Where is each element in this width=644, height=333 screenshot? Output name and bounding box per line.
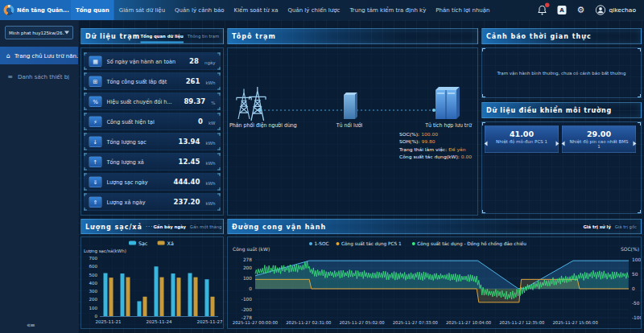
svg-text:2025-11-27 05:02:00: 2025-11-27 05:02:00 <box>339 320 385 325</box>
svg-text:600: 600 <box>89 264 98 269</box>
sidebar-item-label: Danh sách thiết bị <box>18 73 69 80</box>
chevron-down-icon <box>64 31 69 35</box>
svg-text:2025-11-21: 2025-11-21 <box>96 319 122 324</box>
language-icon[interactable]: A <box>558 6 567 14</box>
stat-label: Lượng sạc ngày <box>107 179 169 185</box>
stat-label: Lượng xả ngày <box>107 199 169 205</box>
stat-unit: kWh <box>205 161 215 166</box>
station-selector[interactable]: Minh phat huy125kw/26... <box>5 26 73 39</box>
svg-text:100: 100 <box>632 257 641 262</box>
panel-title: Lượng sạc/xả <box>85 223 142 231</box>
svg-text:300: 300 <box>89 289 98 294</box>
stat-label: Tổng lượng xả <box>107 158 174 165</box>
panel-station-data: Dữ liệu trạm Tổng quan dữ liệu Thông tin… <box>80 28 224 216</box>
env-card-label: Nhiệt độ mô-đun PCS 1 <box>485 139 559 145</box>
tab-last-seven-days[interactable]: Gần bảy ngày <box>154 219 186 235</box>
nav-item-3[interactable]: Kiểm soát từ xa <box>229 0 283 20</box>
panel-charge-chart: Lượng sạc/xả ··· Gần bảy ngày Gần một th… <box>80 219 224 329</box>
stat-row-4: ↓Tổng lượng sạc13.94kWh <box>84 133 221 150</box>
svg-text:Công suất (kW): Công suất (kW) <box>233 246 270 253</box>
storage-stat-value: 99.80 <box>421 139 435 145</box>
svg-text:-50: -50 <box>632 301 640 306</box>
svg-text:2025-11-27 00:00:00: 2025-11-27 00:00:00 <box>233 320 279 325</box>
main-menu: Tổng quanGiám sát dữ liệuQuản lý cảnh bá… <box>71 0 495 20</box>
capacity-icon: ⊞ <box>89 76 102 87</box>
svg-text:1-SOC: 1-SOC <box>315 241 329 246</box>
sidebar-item-0[interactable]: ⌂Trang chủ Lưu trữ năn... <box>0 47 78 64</box>
arrow-right-icon <box>556 142 559 146</box>
sidebar-collapse-icon[interactable]: «≡ <box>27 322 35 330</box>
charge-chart-body: SạcXảLượng sạc/xả(kWh)010020030040050060… <box>80 236 224 329</box>
nav-item-6[interactable]: Phân tích lợi nhuận <box>431 0 494 20</box>
svg-text:Công suất tác dụng PCS 1: Công suất tác dụng PCS 1 <box>341 241 402 247</box>
panel-station-data-header: Dữ liệu trạm Tổng quan dữ liệu Thông tin… <box>80 28 224 44</box>
storage-stat-value: 100.00 <box>421 131 438 137</box>
notification-bell-icon[interactable] <box>538 5 547 15</box>
svg-text:2025-11-27 15:06:00: 2025-11-27 15:06:00 <box>553 320 599 325</box>
storage-stats: SOC(%):100.00SOH(%):99.80Trạng thái làm … <box>399 130 472 161</box>
discharge-total-icon: ↑ <box>89 156 102 167</box>
stat-label: Hiệu suất chuyển đổi h... <box>107 98 180 105</box>
panel-environment-header: Dữ liệu điều khiển môi trường <box>481 102 642 118</box>
tab-raw-value[interactable]: Giá trị gốc <box>615 219 637 235</box>
stat-value: 261 <box>186 77 200 85</box>
stat-value: 28 <box>189 57 199 65</box>
charge-total-icon: ↓ <box>89 136 102 147</box>
tab-last-month[interactable]: Gần một tháng <box>190 219 222 235</box>
env-card-0: 41.00Nhiệt độ mô-đun PCS 1 <box>485 125 559 153</box>
stat-row-5: ↑Tổng lượng xả12.45kWh <box>84 153 221 171</box>
svg-text:2025-11-27 07:33:00: 2025-11-27 07:33:00 <box>393 320 439 325</box>
alarm-body: Trạm vận hành bình thường, chưa có cảnh … <box>481 47 642 98</box>
svg-text:2025-11-27 10:04:00: 2025-11-27 10:04:00 <box>446 320 492 325</box>
nav-item-0[interactable]: Tổng quan <box>71 0 114 20</box>
svg-text:Sạc: Sạc <box>138 240 148 247</box>
nav-item-5[interactable]: Trung tâm kiểm tra định kỳ <box>345 0 431 20</box>
tab-station-info[interactable]: Thông tin trạm <box>188 28 219 44</box>
stat-label: Số ngày vận hành an toàn <box>107 58 185 64</box>
topology-node-label: Tủ nối lưới <box>325 122 374 129</box>
stat-value: 444.40 <box>174 178 200 186</box>
storage-stat-line: Công suất tác dụng(kW):0.00 <box>399 154 472 162</box>
alarm-message: Trạm vận hành bình thường, chưa có cảnh … <box>482 48 641 97</box>
svg-text:200: 200 <box>89 297 98 302</box>
stat-value: 12.45 <box>179 158 200 166</box>
svg-text:700: 700 <box>89 256 98 261</box>
operating-curve-chart: Công suất (kW)SOC(%)2782001000-100-200-2… <box>228 237 641 328</box>
stat-unit: % <box>211 101 215 106</box>
stat-value: 0 <box>198 117 203 125</box>
env-card-1: 29.00Nhiệt độ pin cao nhất BMS 1 <box>562 125 636 153</box>
stat-unit: kWh <box>205 201 215 207</box>
panel-title: Cảnh báo thời gian thực <box>486 32 592 40</box>
stat-row-7: ⇑Lượng xả ngày237.20kWh <box>84 193 221 211</box>
panel-title: Dữ liệu điều khiển môi trường <box>486 106 612 114</box>
panel-topology-header: Tôpô trạm <box>227 28 478 44</box>
svg-text:2025-11-27: 2025-11-27 <box>197 319 223 324</box>
settings-gear-icon[interactable]: ⚙ <box>577 6 585 14</box>
stat-unit: kW <box>208 121 216 126</box>
power-icon: ⚡ <box>89 116 102 127</box>
brand-title: Nền tảng Quản... <box>17 7 69 14</box>
top-navbar: Nền tảng Quản... Tổng quanGiám sát dữ li… <box>0 0 644 20</box>
panel-charge-header: Lượng sạc/xả ··· Gần bảy ngày Gần một th… <box>80 219 224 234</box>
user-menu[interactable]: qikechao <box>595 5 636 15</box>
brand: Nền tảng Quản... <box>0 5 71 15</box>
tab-processed-value[interactable]: Giá trị xử lý <box>583 219 610 235</box>
storage-stat-value: Để yên <box>448 146 465 152</box>
storage-stat-line: SOH(%):99.80 <box>399 138 472 146</box>
svg-text:0: 0 <box>632 286 635 291</box>
more-dots-icon[interactable]: ··· <box>146 224 154 230</box>
nav-item-4[interactable]: Quản lý chiến lược <box>283 0 345 20</box>
sidebar-item-1[interactable]: ≡Danh sách thiết bị <box>0 68 78 85</box>
nav-item-1[interactable]: Giám sát dữ liệu <box>114 0 170 20</box>
nav-item-2[interactable]: Quản lý cảnh báo <box>170 0 229 20</box>
svg-text:2025-11-27 02:31:00: 2025-11-27 02:31:00 <box>286 320 332 325</box>
tab-data-overview[interactable]: Tổng quan dữ liệu <box>141 28 184 44</box>
storage-stat-label: SOC(%): <box>399 131 419 137</box>
notification-badge <box>545 3 550 8</box>
svg-text:400: 400 <box>89 281 98 286</box>
env-card-label: Nhiệt độ pin cao nhất BMS 1 <box>563 139 636 150</box>
stat-unit: ngày <box>204 60 216 66</box>
stat-label: Tổng công suất lắp đặt <box>107 78 181 84</box>
svg-text:Lượng sạc/xả(kWh): Lượng sạc/xả(kWh) <box>84 249 126 254</box>
storage-stat-label: Trạng thái làm việc: <box>399 146 447 152</box>
